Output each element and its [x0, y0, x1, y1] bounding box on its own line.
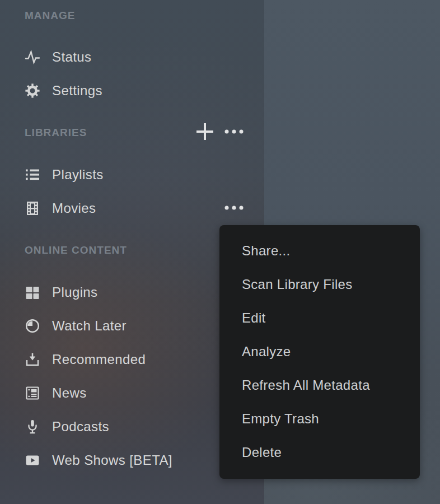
sidebar-item-label: News [52, 385, 87, 401]
section-header-manage: MANAGE [25, 7, 75, 24]
news-icon [25, 385, 40, 401]
ellipsis-icon [224, 198, 244, 218]
mic-icon [25, 419, 40, 435]
menu-item-share[interactable]: Share... [219, 234, 420, 268]
movies-more-button[interactable] [224, 198, 244, 218]
menu-item-edit[interactable]: Edit [219, 301, 420, 335]
section-header-online-content: ONLINE CONTENT [25, 242, 127, 259]
plex-sidebar-screen: MANAGE Status [0, 0, 440, 504]
sidebar-item-recommended[interactable]: Recommended [25, 343, 237, 376]
sidebar-item-label: Status [52, 49, 91, 65]
playlist-icon [25, 167, 40, 183]
sidebar-item-label: Movies [52, 200, 96, 216]
menu-item-analyze[interactable]: Analyze [219, 335, 420, 368]
film-icon [25, 200, 40, 216]
gear-icon [25, 83, 40, 99]
plus-icon [195, 122, 215, 142]
activity-icon [25, 49, 40, 65]
sidebar-item-settings[interactable]: Settings [25, 74, 237, 108]
sidebar-item-label: Plugins [52, 284, 98, 300]
sidebar-item-plugins[interactable]: Plugins [25, 276, 237, 309]
sidebar-item-watch-later[interactable]: Watch Later [25, 309, 237, 343]
sidebar-item-web-shows[interactable]: Web Shows [BETA] [25, 444, 237, 477]
sidebar-item-label: Podcasts [52, 419, 109, 435]
libraries-more-button[interactable] [224, 122, 244, 142]
sidebar-item-news[interactable]: News [25, 376, 237, 410]
ellipsis-icon [224, 122, 244, 142]
menu-item-refresh-all-metadata[interactable]: Refresh All Metadata [219, 368, 420, 402]
add-library-button[interactable] [195, 122, 215, 142]
sidebar-item-movies[interactable]: Movies [25, 192, 237, 225]
library-context-menu: Share... Scan Library Files Edit Analyze… [219, 225, 420, 479]
sidebar-item-label: Settings [52, 83, 102, 99]
play-box-icon [25, 452, 40, 468]
sidebar-item-label: Recommended [52, 352, 146, 367]
section-header-libraries: LIBRARIES [25, 124, 87, 141]
sidebar-item-status[interactable]: Status [25, 40, 237, 74]
menu-item-delete[interactable]: Delete [219, 436, 420, 469]
menu-item-empty-trash[interactable]: Empty Trash [219, 402, 420, 436]
sidebar-item-label: Playlists [52, 167, 104, 183]
sidebar-item-playlists[interactable]: Playlists [25, 158, 237, 192]
menu-item-scan-library-files[interactable]: Scan Library Files [219, 268, 420, 301]
download-icon [25, 352, 40, 367]
sidebar-item-label: Web Shows [BETA] [52, 452, 172, 468]
sidebar-item-podcasts[interactable]: Podcasts [25, 410, 237, 444]
clock-icon [25, 318, 40, 334]
grid-icon [25, 284, 40, 300]
sidebar-item-label: Watch Later [52, 318, 127, 334]
